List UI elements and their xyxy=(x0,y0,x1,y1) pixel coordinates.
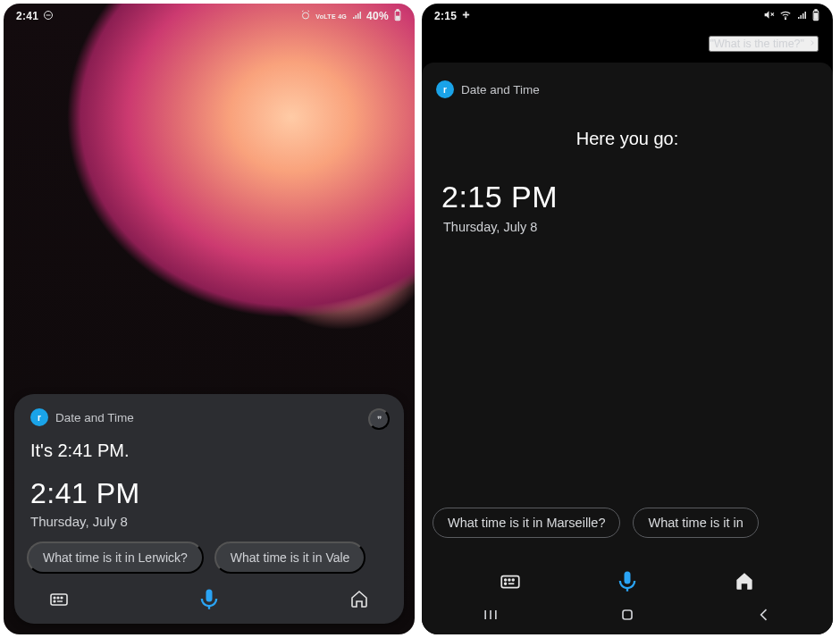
date-time-app-icon: r xyxy=(30,408,48,426)
svg-rect-20 xyxy=(815,9,817,10)
home-button[interactable] xyxy=(732,568,757,593)
svg-rect-15 xyxy=(463,14,469,16)
svg-rect-31 xyxy=(623,610,632,619)
suggestion-chip[interactable]: What time is it in Lerwick? xyxy=(27,541,204,574)
suggestion-chips: What time is it in Marseille? What time … xyxy=(433,508,833,538)
recents-button[interactable] xyxy=(480,604,501,625)
repeat-query-button[interactable]: ❞ xyxy=(368,408,390,430)
svg-line-4 xyxy=(308,11,310,12)
network-text: VoLTE 4G xyxy=(315,13,347,20)
app-indicator-icon xyxy=(461,10,471,22)
nav-home-button[interactable] xyxy=(617,604,638,625)
alarm-icon xyxy=(300,10,311,23)
date-display: Thursday, July 8 xyxy=(30,514,391,529)
suggestion-chip[interactable]: What time is it in xyxy=(633,508,758,538)
svg-point-24 xyxy=(508,579,510,581)
card-header: r Date and Time ❞ xyxy=(27,407,391,435)
battery-icon xyxy=(393,9,402,24)
time-display: 2:15 PM xyxy=(441,180,833,214)
signal-icon xyxy=(351,10,362,23)
suggestion-chips: What time is it in Lerwick? What time is… xyxy=(14,541,404,574)
time-display: 2:41 PM xyxy=(30,477,391,510)
suggestion-chip[interactable]: What time is it in Vale xyxy=(214,541,366,574)
wifi-icon xyxy=(779,9,792,24)
svg-point-11 xyxy=(61,597,63,599)
battery-pct: 40% xyxy=(366,10,389,22)
date-time-app-icon: r xyxy=(436,80,454,98)
bixby-full-panel: r Date and Time Here you go: 2:15 PM Thu… xyxy=(422,63,833,634)
svg-point-2 xyxy=(303,13,309,19)
svg-point-25 xyxy=(513,579,515,581)
query-echo[interactable]: "What is the time?" xyxy=(709,36,819,52)
status-bar: 2:41 VoLTE 4G 40% xyxy=(4,4,415,29)
battery-icon xyxy=(811,9,820,24)
card-title: Date and Time xyxy=(55,411,134,424)
chevron-right-icon xyxy=(808,38,817,50)
android-navbar xyxy=(422,595,833,634)
dnd-icon xyxy=(43,10,54,23)
status-time: 2:41 xyxy=(16,10,38,22)
status-time: 2:15 xyxy=(434,10,457,22)
date-display: Thursday, July 8 xyxy=(443,220,833,234)
svg-point-10 xyxy=(57,597,59,599)
svg-point-26 xyxy=(505,583,507,584)
response-text: It's 2:41 PM. xyxy=(30,441,388,461)
phone-left: 2:41 VoLTE 4G 40% r Date and Time ❞ It's… xyxy=(4,4,415,634)
response-text: Here you go: xyxy=(422,129,833,149)
status-bar: 2:15 xyxy=(422,4,833,29)
bixby-result-card: r Date and Time ❞ It's 2:41 PM. 2:41 PM … xyxy=(14,394,404,624)
svg-line-3 xyxy=(302,11,304,12)
svg-rect-6 xyxy=(397,9,399,10)
back-button[interactable] xyxy=(753,604,775,625)
mic-button[interactable] xyxy=(197,586,222,611)
svg-point-12 xyxy=(54,600,55,602)
keyboard-button[interactable] xyxy=(498,568,523,593)
signal-icon xyxy=(796,10,807,23)
svg-point-23 xyxy=(505,579,507,581)
phone-right: 2:15 "What is the time?" xyxy=(422,4,833,634)
svg-rect-22 xyxy=(502,576,520,588)
mic-button[interactable] xyxy=(615,568,640,593)
mute-icon xyxy=(763,9,775,23)
svg-rect-21 xyxy=(814,13,818,20)
svg-point-9 xyxy=(54,597,55,599)
card-title: Date and Time xyxy=(461,83,540,97)
svg-rect-7 xyxy=(396,15,399,19)
home-button[interactable] xyxy=(347,586,372,611)
keyboard-button[interactable] xyxy=(46,586,71,611)
card-header: r Date and Time xyxy=(436,80,833,98)
svg-rect-8 xyxy=(51,594,67,605)
suggestion-chip[interactable]: What time is it in Marseille? xyxy=(433,508,620,538)
svg-point-18 xyxy=(785,18,785,19)
